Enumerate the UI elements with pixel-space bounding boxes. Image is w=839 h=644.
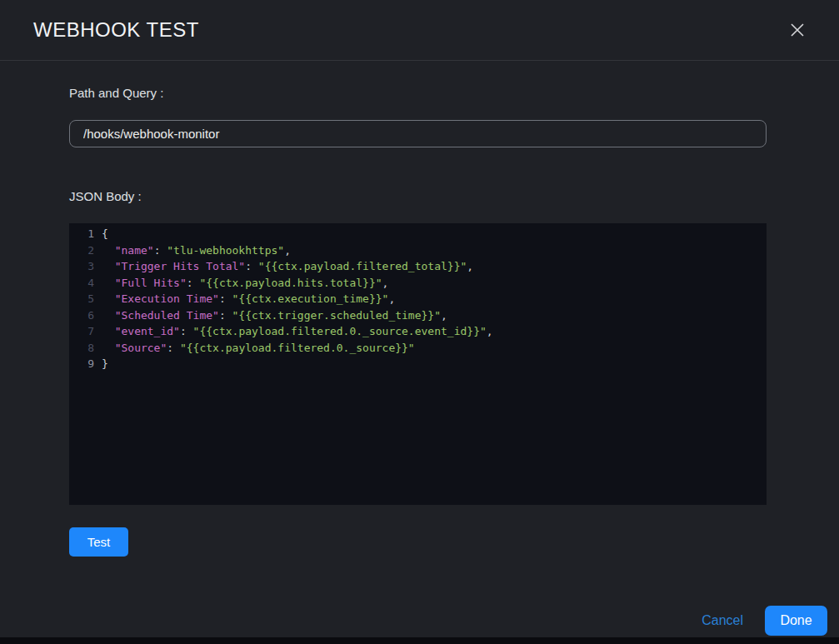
code-line: 3 "Trigger Hits Total": "{{ctx.payload.f…	[69, 258, 767, 275]
line-number: 9	[69, 356, 94, 372]
line-number: 4	[69, 275, 94, 292]
modal-footer: Cancel Done	[0, 606, 839, 637]
path-and-query-label: Path and Query :	[69, 86, 767, 100]
code-line: 1{	[69, 226, 767, 242]
code-line: 8 "Source": "{{ctx.payload.filtered.0._s…	[69, 340, 767, 357]
close-icon	[789, 22, 806, 38]
path-and-query-input[interactable]	[69, 120, 767, 147]
line-number: 1	[69, 226, 94, 242]
cancel-button[interactable]: Cancel	[702, 613, 743, 628]
line-number: 2	[69, 242, 94, 259]
modal-header: WEBHOOK TEST	[0, 0, 839, 61]
done-button[interactable]: Done	[765, 606, 827, 636]
line-number: 7	[69, 323, 94, 340]
close-button[interactable]	[786, 18, 809, 42]
code-line: 7 "event_id": "{{ctx.payload.filtered.0.…	[69, 323, 767, 340]
line-number: 3	[69, 258, 94, 275]
line-number: 5	[69, 291, 94, 307]
code-line: 9}	[69, 356, 767, 372]
json-body-label: JSON Body :	[69, 189, 767, 203]
webhook-test-modal: WEBHOOK TEST Path and Query : JSON Body …	[0, 0, 839, 637]
line-number: 8	[69, 340, 94, 357]
json-body-editor[interactable]: 1{2 "name": "tlu-webhookhttps",3 "Trigge…	[69, 223, 767, 505]
json-editor-lines: 1{2 "name": "tlu-webhookhttps",3 "Trigge…	[69, 226, 767, 372]
test-button[interactable]: Test	[69, 527, 128, 557]
modal-body: Path and Query : JSON Body : 1{2 "name":…	[0, 61, 839, 557]
modal-title: WEBHOOK TEST	[33, 18, 199, 42]
code-line: 6 "Scheduled Time": "{{ctx.trigger.sched…	[69, 307, 767, 324]
code-line: 5 "Execution Time": "{{ctx.execution_tim…	[69, 291, 767, 307]
code-line: 2 "name": "tlu-webhookhttps",	[69, 242, 767, 259]
line-number: 6	[69, 307, 94, 324]
code-line: 4 "Full Hits": "{{ctx.payload.hits.total…	[69, 275, 767, 292]
